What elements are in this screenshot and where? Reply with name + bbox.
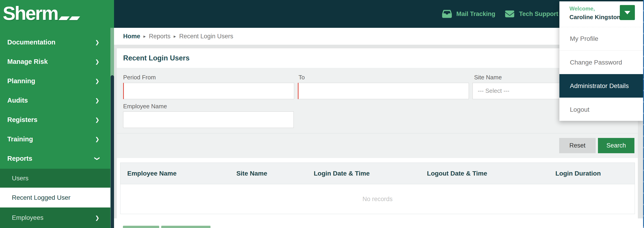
table-header-row: Employee Name Site Name Login Date & Tim… [120,162,635,184]
sidebar: Sherm Documentation ❯ Manage Risk ❯ Plan… [0,0,114,228]
user-info-area: Welcome, Caroline Kingston [560,1,644,27]
reset-button[interactable]: Reset [559,138,596,153]
user-name: Caroline Kingston [570,14,620,21]
employee-name-input[interactable] [123,112,294,128]
sidebar-item-audits[interactable]: Audits ❯ [0,91,110,110]
sidebar-item-label: Training [7,136,33,143]
inbox-icon [442,9,452,18]
column-site-name: Site Name [213,170,291,177]
mail-tracking-label: Mail Tracking [456,10,495,18]
to-label: To [298,74,305,81]
breadcrumb-separator-icon: ▸ [174,34,176,39]
period-from-input[interactable] [123,83,294,99]
welcome-label: Welcome, [570,6,595,12]
sidebar-scrollbar-thumb[interactable] [110,75,114,228]
sidebar-item-training[interactable]: Training ❯ [0,130,110,149]
sidebar-item-users[interactable]: Users [0,169,110,188]
breadcrumb-current: Recent Login Users [179,33,233,40]
filter-divider [117,133,638,134]
sidebar-item-label: Audits [7,97,28,104]
menu-item-my-profile[interactable]: My Profile [560,27,644,50]
sidebar-item-registers[interactable]: Registers ❯ [0,110,110,130]
logo-dash-icon [69,16,80,20]
site-name-label: Site Name [474,74,502,81]
breadcrumb-separator-icon: ▸ [144,34,146,39]
reports-submenu: Users Recent Logged User Employees ❯ [0,169,110,228]
sidebar-item-reports[interactable]: Reports ❯ [0,149,110,168]
sidebar-item-label: Planning [7,77,35,85]
chevron-right-icon: ❯ [95,39,100,45]
sidebar-item-label: Employees [12,214,44,222]
sidebar-item-recent-logged-user[interactable]: Recent Logged User [0,188,110,208]
bottom-section [114,218,644,228]
sidebar-item-documentation[interactable]: Documentation ❯ [0,32,110,52]
sidebar-item-label: Reports [7,155,32,162]
chevron-right-icon: ❯ [95,58,100,65]
results-table: Employee Name Site Name Login Date & Tim… [120,162,635,214]
chevron-right-icon: ❯ [95,117,100,123]
column-login-datetime: Login Date & Time [291,170,392,177]
chevron-right-icon: ❯ [95,215,100,221]
chevron-down-icon: ❯ [94,156,100,161]
menu-item-change-password[interactable]: Change Password [560,50,644,74]
breadcrumb-home[interactable]: Home [123,33,140,40]
user-menu-toggle-button[interactable] [620,5,635,20]
envelope-icon [504,9,515,18]
sidebar-item-label: Recent Logged User [12,194,70,201]
chevron-right-icon: ❯ [95,97,100,104]
column-employee-name: Employee Name [120,170,213,177]
export-button-1[interactable] [123,226,159,228]
sidebar-item-manage-risk[interactable]: Manage Risk ❯ [0,52,110,71]
logo-dash-icon [58,16,70,20]
chevron-right-icon: ❯ [95,136,100,142]
table-empty-row: No records [120,184,635,214]
column-logout-datetime: Logout Date & Time [393,170,522,177]
sherm-logo[interactable]: Sherm [3,1,79,25]
to-input[interactable] [298,83,469,99]
menu-item-administrator-details[interactable]: Administrator Details [560,74,644,98]
sidebar-item-label: Documentation [7,38,56,46]
sidebar-item-planning[interactable]: Planning ❯ [0,71,110,91]
breadcrumb-reports[interactable]: Reports [149,33,170,40]
period-from-label: Period From [123,74,156,81]
logo-text: Sherm [3,1,58,25]
tech-support-label: Tech Support [519,10,558,18]
sidebar-item-employees[interactable]: Employees ❯ [0,208,110,228]
sidebar-item-label: Registers [7,116,38,124]
user-dropdown-panel: Welcome, Caroline Kingston My Profile Ch… [560,1,644,121]
employee-name-label: Employee Name [123,103,167,110]
sidebar-nav: Documentation ❯ Manage Risk ❯ Planning ❯… [0,32,110,168]
sidebar-item-label: Manage Risk [7,58,48,66]
page-scrollbar[interactable] [643,0,644,228]
caret-down-icon [624,11,630,14]
menu-item-logout[interactable]: Logout [560,98,644,121]
column-login-duration: Login Duration [522,170,635,177]
no-records-text: No records [362,196,392,203]
user-menu: My Profile Change Password Administrator… [560,27,644,121]
search-button[interactable]: Search [598,138,634,153]
export-button-2[interactable] [161,226,210,228]
tech-support-link[interactable]: Tech Support [504,0,558,28]
sidebar-item-label: Users [12,175,28,182]
app-root: Mail Tracking Tech Support Home ▸ Report… [0,0,644,228]
chevron-right-icon: ❯ [95,78,100,84]
mail-tracking-link[interactable]: Mail Tracking [442,0,495,28]
